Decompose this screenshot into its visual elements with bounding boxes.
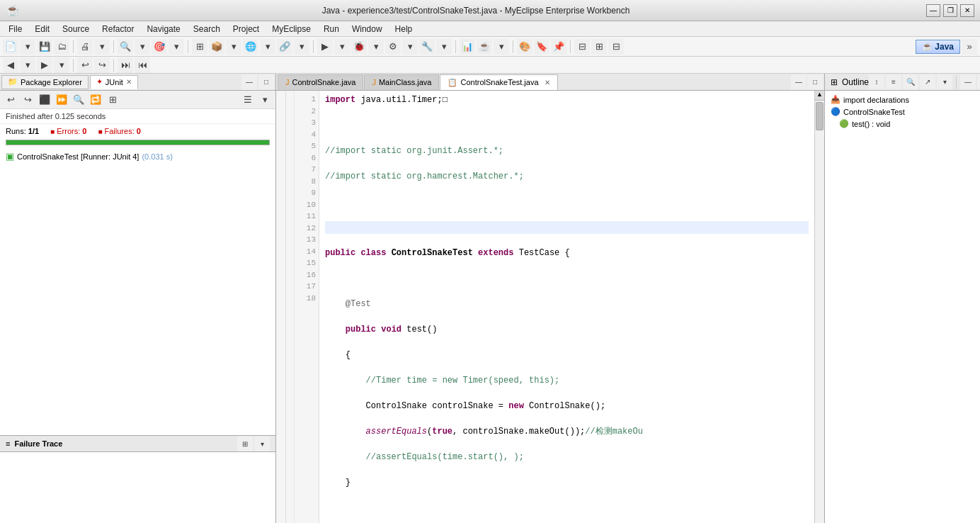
outline-btn2[interactable]: ≡ — [886, 74, 901, 90]
toolbar2-dropdown[interactable]: ▾ — [20, 57, 35, 73]
toolbar-bookmark[interactable]: 🔖 — [534, 39, 549, 55]
editor-panel-maximize[interactable]: □ — [807, 74, 823, 90]
junit-toolbar-more[interactable]: ☰ — [240, 92, 256, 108]
editor-panel-minimize[interactable]: — — [791, 74, 807, 90]
menu-refactor[interactable]: Refactor — [96, 23, 139, 35]
toolbar2-next[interactable]: ⏭ — [118, 57, 133, 73]
toolbar-layout[interactable]: ⊟ — [574, 39, 590, 55]
toolbar-java-perspective[interactable]: ☕ Java — [916, 40, 960, 54]
vscroll-track[interactable] — [815, 101, 824, 523]
outline-btn4[interactable]: ↗ — [920, 74, 935, 90]
outline-sort[interactable]: ↕ — [869, 74, 884, 90]
test-list[interactable]: ▣ ControlSnakeTest [Runner: JUnit 4] (0.… — [0, 147, 275, 435]
toolbar-dropdown6[interactable]: ▾ — [260, 39, 275, 55]
toolbar2-dropdown2[interactable]: ▾ — [54, 57, 69, 73]
junit-toolbar-btn6[interactable]: 🔁 — [88, 92, 103, 108]
toolbar-ext1[interactable]: 📊 — [460, 39, 475, 55]
toolbar-dropdown11[interactable]: ▾ — [436, 39, 452, 55]
left-panel-maximize[interactable]: □ — [258, 74, 274, 90]
toolbar-run[interactable]: ▶ — [317, 39, 333, 55]
code-line-5 — [325, 196, 809, 208]
toolbar-print[interactable]: 🖨 — [77, 39, 93, 55]
toolbar-search-btn[interactable]: 🔍 — [118, 39, 133, 55]
outline-minimize[interactable]: — — [960, 74, 976, 90]
menu-search[interactable]: Search — [188, 23, 226, 35]
tab-package-explorer[interactable]: 📁 Package Explorer — [1, 75, 89, 89]
toolbar-pin[interactable]: 📌 — [551, 39, 566, 55]
junit-toolbar-btn7[interactable]: ⊞ — [105, 92, 120, 108]
toolbar-dropdown1[interactable]: ▾ — [20, 39, 35, 55]
toolbar-target[interactable]: 🎯 — [152, 39, 167, 55]
test-item-0[interactable]: ▣ ControlSnakeTest [Runner: JUnit 4] (0.… — [3, 150, 273, 163]
menu-myeclipse[interactable]: MyEclipse — [266, 23, 317, 35]
toolbar2-redo[interactable]: ↪ — [94, 57, 110, 73]
menu-edit[interactable]: Edit — [29, 23, 55, 35]
toolbar-tools[interactable]: 🔧 — [419, 39, 435, 55]
toolbar-dropdown5[interactable]: ▾ — [226, 39, 241, 55]
toolbar-link[interactable]: 🔗 — [277, 39, 292, 55]
menu-source[interactable]: Source — [57, 23, 95, 35]
close-button[interactable]: ✕ — [960, 4, 974, 17]
toolbar-deploy[interactable]: 📦 — [209, 39, 224, 55]
menu-window[interactable]: Window — [346, 23, 388, 35]
toolbar-palette[interactable]: 🎨 — [517, 39, 532, 55]
menu-file[interactable]: File — [3, 23, 28, 35]
toolbar-settings[interactable]: ⚙ — [385, 39, 401, 55]
outline-btn5[interactable]: ▾ — [937, 74, 952, 90]
tab-control-snake[interactable]: J ControlSnake.java — [278, 74, 363, 90]
toolbar-grid[interactable]: ⊞ — [192, 39, 207, 55]
toolbar-ext2[interactable]: ☕ — [477, 39, 492, 55]
junit-toolbar-btn5[interactable]: 🔍 — [71, 92, 86, 108]
toolbar-save-all[interactable]: 🗂 — [54, 39, 69, 55]
menu-help[interactable]: Help — [389, 23, 418, 35]
tab-main-class[interactable]: J MainClass.java — [364, 74, 439, 90]
toolbar-dropdown10[interactable]: ▾ — [402, 39, 418, 55]
control-snake-test-close[interactable]: ✕ — [545, 79, 550, 86]
outline-item-test-method[interactable]: 🟢 test() : void — [828, 118, 977, 130]
junit-toolbar-btn3[interactable]: ⬛ — [37, 92, 52, 108]
toolbar-more[interactable]: » — [962, 39, 977, 55]
toolbar-dropdown8[interactable]: ▾ — [334, 39, 350, 55]
outline-btn3[interactable]: 🔍 — [903, 74, 918, 90]
maximize-button[interactable]: ❐ — [943, 4, 957, 17]
toolbar-dropdown12[interactable]: ▾ — [494, 39, 509, 55]
junit-toolbar-btn1[interactable]: ↩ — [3, 92, 18, 108]
menu-run[interactable]: Run — [318, 23, 345, 35]
toolbar-debug[interactable]: 🐞 — [351, 39, 367, 55]
toolbar2-forward[interactable]: ▶ — [37, 57, 52, 73]
toolbar2-back[interactable]: ◀ — [3, 57, 18, 73]
toolbar-web[interactable]: 🌐 — [243, 39, 258, 55]
failure-trace-header: ≡ Failure Trace ⊞ ▾ — [0, 435, 275, 452]
code-editor[interactable]: import java.util.Timer;□ //import static… — [319, 91, 814, 523]
toolbar-split[interactable]: ⊞ — [591, 39, 607, 55]
left-panel-minimize[interactable]: — — [241, 74, 257, 90]
toolbar-new[interactable]: 📄 — [3, 39, 18, 55]
toolbar-dropdown3[interactable]: ▾ — [135, 39, 150, 55]
toolbar2-undo[interactable]: ↩ — [77, 57, 93, 73]
tab-control-snake-test[interactable]: 📋 ControlSnakeTest.java ✕ — [440, 74, 557, 90]
toolbar-save[interactable]: 💾 — [37, 39, 52, 55]
vscroll-thumb[interactable] — [816, 102, 824, 130]
toolbar-dropdown4[interactable]: ▾ — [169, 39, 184, 55]
junit-close-icon[interactable]: ✕ — [126, 78, 132, 86]
junit-toolbar-btn2[interactable]: ↪ — [20, 92, 35, 108]
menu-navigate[interactable]: Navigate — [141, 23, 186, 35]
failure-trace-btn1[interactable]: ⊞ — [237, 436, 253, 451]
editor-vscroll[interactable]: ▲ ▼ — [814, 91, 824, 523]
toolbar-dropdown7[interactable]: ▾ — [294, 39, 309, 55]
editor-area[interactable]: 1 2 3 4 5 6 7 8 9 10 11 12 13 14 15 16 1 — [276, 91, 824, 523]
toolbar2-prev[interactable]: ⏮ — [135, 57, 150, 73]
junit-toolbar-btn4[interactable]: ⏩ — [54, 92, 69, 108]
vscroll-up[interactable]: ▲ — [815, 91, 824, 101]
outline-maximize[interactable]: □ — [977, 74, 980, 90]
failure-trace-btn2[interactable]: ▾ — [254, 436, 270, 451]
outline-item-imports[interactable]: 📥 import declarations — [828, 94, 977, 106]
tab-junit[interactable]: ✦ JUnit ✕ — [90, 75, 138, 89]
toolbar-dropdown9[interactable]: ▾ — [368, 39, 384, 55]
toolbar-cols[interactable]: ⊟ — [608, 39, 624, 55]
junit-toolbar-dropdown[interactable]: ▾ — [257, 92, 273, 108]
outline-item-class[interactable]: 🔵 ControlSnakeTest — [828, 106, 977, 118]
minimize-button[interactable]: — — [926, 4, 940, 17]
toolbar-dropdown2[interactable]: ▾ — [94, 39, 110, 55]
menu-project[interactable]: Project — [227, 23, 265, 35]
